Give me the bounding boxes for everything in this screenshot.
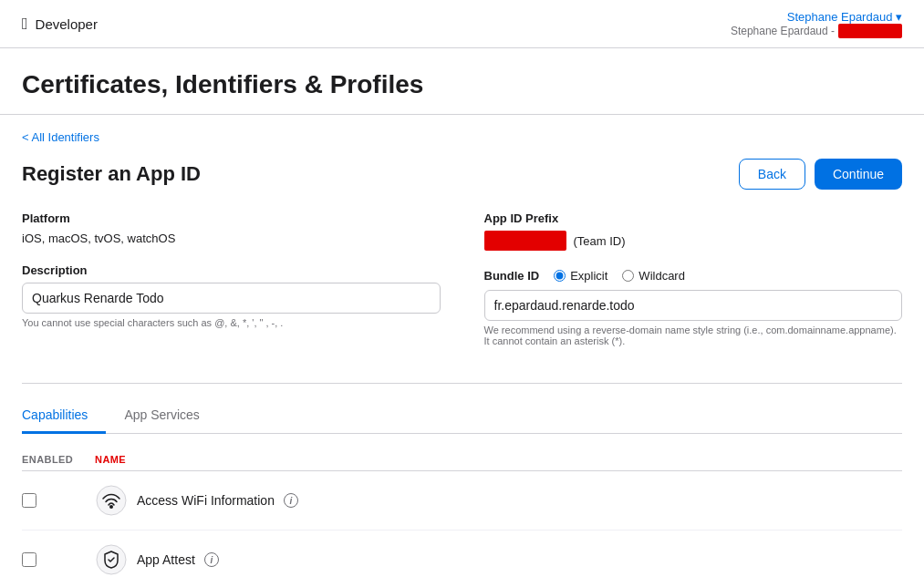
- wifi-name-cell: Access WiFi Information i: [95, 484, 902, 517]
- description-input[interactable]: [22, 283, 441, 314]
- platform-label: Platform: [22, 211, 441, 225]
- bundle-id-field: Bundle ID Explicit Wildcard We recommend…: [484, 269, 903, 346]
- table-row: App Attest i: [22, 531, 902, 577]
- app-id-prefix-label: App ID Prefix: [484, 211, 903, 225]
- capabilities-table: ENABLED NAME Access WiFi Informatio: [22, 448, 902, 577]
- team-label-text: Stephane Epardaud -: [731, 25, 835, 37]
- explicit-label[interactable]: Explicit: [570, 269, 607, 283]
- platform-value: iOS, macOS, tvOS, watchOS: [22, 232, 175, 245]
- main-content: < All Identifiers Register an App ID Bac…: [0, 115, 924, 577]
- user-menu-link[interactable]: Stephane Epardaud ▾: [787, 10, 902, 24]
- attest-info-icon[interactable]: i: [204, 552, 219, 567]
- form-grid: Platform iOS, macOS, tvOS, watchOS Descr…: [22, 211, 902, 365]
- section-actions: Back Continue: [739, 159, 902, 190]
- platform-field: Platform iOS, macOS, tvOS, watchOS: [22, 211, 441, 245]
- dropdown-arrow-icon: ▾: [896, 10, 902, 24]
- back-button[interactable]: Back: [739, 159, 805, 190]
- user-area: Stephane Epardaud ▾ Stephane Epardaud -: [731, 9, 902, 38]
- brand-label: Developer: [36, 16, 98, 32]
- col-enabled-header: ENABLED: [22, 454, 95, 465]
- col-name-header: NAME: [95, 454, 902, 465]
- section-divider: [22, 383, 902, 384]
- attest-enabled-cell: [22, 552, 95, 567]
- section-header: Register an App ID Back Continue: [22, 159, 902, 190]
- wifi-name-text: Access WiFi Information: [137, 493, 275, 508]
- description-field: Description You cannot use special chara…: [22, 263, 441, 328]
- section-title: Register an App ID: [22, 162, 201, 186]
- app-id-prefix-field: App ID Prefix (Team ID): [484, 211, 903, 251]
- wifi-checkbox[interactable]: [22, 493, 36, 508]
- wildcard-label[interactable]: Wildcard: [638, 269, 685, 283]
- page-title: Certificates, Identifiers & Profiles: [22, 70, 902, 99]
- bundle-id-label-row: Bundle ID Explicit Wildcard: [484, 269, 903, 283]
- wifi-info-icon[interactable]: i: [284, 493, 298, 508]
- continue-button[interactable]: Continue: [815, 159, 902, 190]
- prefix-badge: [484, 231, 566, 251]
- svg-point-0: [97, 486, 126, 515]
- attest-name-text: App Attest: [137, 552, 195, 567]
- wifi-enabled-cell: [22, 493, 95, 508]
- tab-app-services[interactable]: App Services: [106, 398, 217, 434]
- form-left-col: Platform iOS, macOS, tvOS, watchOS Descr…: [22, 211, 441, 365]
- team-id-label: (Team ID): [574, 234, 626, 248]
- brand-area:  Developer: [22, 15, 98, 34]
- bundle-id-label: Bundle ID: [484, 269, 540, 283]
- user-name: Stephane Epardaud: [787, 10, 893, 24]
- wildcard-radio-item[interactable]: Wildcard: [622, 269, 685, 283]
- prefix-row: (Team ID): [484, 231, 903, 251]
- team-info: Stephane Epardaud -: [731, 24, 902, 38]
- page-title-bar: Certificates, Identifiers & Profiles: [0, 48, 924, 115]
- attest-checkbox[interactable]: [22, 552, 36, 567]
- tab-capabilities[interactable]: Capabilities: [22, 398, 106, 434]
- apple-logo-icon: : [22, 15, 28, 34]
- description-hint: You cannot use special characters such a…: [22, 317, 441, 328]
- all-identifiers-link[interactable]: < All Identifiers: [22, 130, 99, 144]
- team-id-badge: [838, 24, 902, 38]
- table-row: Access WiFi Information i: [22, 471, 902, 531]
- wifi-icon: [95, 484, 128, 517]
- bundle-id-hint: We recommend using a reverse-domain name…: [484, 325, 903, 346]
- wildcard-radio[interactable]: [622, 270, 634, 282]
- table-header: ENABLED NAME: [22, 448, 902, 471]
- bundle-id-radio-group: Explicit Wildcard: [554, 269, 685, 283]
- tabs-bar: Capabilities App Services: [22, 398, 902, 434]
- attest-name-cell: App Attest i: [95, 543, 902, 576]
- description-label: Description: [22, 263, 441, 277]
- shield-icon: [95, 543, 128, 576]
- page-header:  Developer Stephane Epardaud ▾ Stephane…: [0, 0, 924, 48]
- svg-point-1: [109, 505, 113, 509]
- bundle-id-input[interactable]: [484, 290, 903, 321]
- form-right-col: App ID Prefix (Team ID) Bundle ID Explic…: [484, 211, 903, 365]
- explicit-radio-item[interactable]: Explicit: [554, 269, 607, 283]
- explicit-radio[interactable]: [554, 270, 566, 282]
